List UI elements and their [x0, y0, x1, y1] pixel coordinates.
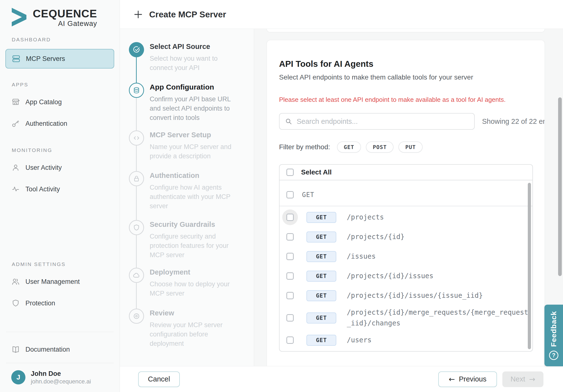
- arrow-left-icon: ←: [449, 375, 455, 383]
- search-input[interactable]: [296, 117, 468, 126]
- step-title: Authentication: [150, 171, 243, 180]
- select-all-row[interactable]: Select All: [280, 165, 532, 180]
- endpoint-row[interactable]: GET/projects: [280, 209, 532, 225]
- endpoint-path: /issues: [347, 251, 531, 262]
- endpoint-row[interactable]: GET/users: [280, 332, 532, 348]
- method-pill-get[interactable]: GET: [337, 142, 361, 153]
- step-text: AuthenticationConfigure how AI agents au…: [150, 171, 243, 211]
- key-icon: [11, 119, 20, 128]
- checkbox-hover-halo: [282, 288, 298, 303]
- user-email: john.doe@cequence.ai: [31, 378, 91, 385]
- method-badge: GET: [307, 251, 336, 262]
- endpoint-row[interactable]: GET/projects/{id}/issues: [280, 268, 532, 284]
- sidebar-item-label: Documentation: [26, 346, 70, 353]
- step-description: Select how you want to connect your API: [150, 54, 239, 72]
- sidebar: CEQUENCE AI Gateway DASHBOARDMCP Servers…: [0, 0, 120, 392]
- endpoint-checkbox[interactable]: [286, 337, 294, 344]
- sidebar-item-tool-activity[interactable]: Tool Activity: [5, 181, 114, 197]
- sidebar-item-app-catalog[interactable]: App Catalog: [5, 94, 114, 110]
- sidebar-item-documentation[interactable]: Documentation: [5, 341, 114, 357]
- endpoint-row[interactable]: GET/issues: [280, 248, 532, 264]
- sidebar-item-user-management[interactable]: User Management: [5, 274, 114, 290]
- method-badge: GET: [307, 271, 336, 282]
- endpoint-checkbox[interactable]: [286, 314, 294, 322]
- endpoint-row[interactable]: GET/projects/{id}/merge_requests/{merge_…: [280, 307, 532, 329]
- step-description: Confirm your API base URL and select API…: [150, 94, 239, 122]
- brand-logo: CEQUENCE AI Gateway: [0, 0, 120, 29]
- sidebar-item-protection[interactable]: Protection: [5, 295, 114, 311]
- method-badge: GET: [307, 335, 336, 346]
- help-icon: ?: [549, 351, 558, 360]
- endpoint-search[interactable]: [279, 113, 475, 130]
- endpoint-checkbox[interactable]: [286, 272, 294, 280]
- endpoint-checkbox[interactable]: [286, 253, 294, 260]
- method-filter: Filter by method: GETPOSTPUT: [279, 142, 427, 153]
- page-scrollbar[interactable]: [558, 97, 562, 276]
- select-all-label: Select All: [301, 168, 332, 176]
- endpoint-path: /projects/{id}/issues: [347, 271, 531, 281]
- next-label: Next: [511, 375, 525, 383]
- wizard-footer: Cancel ← Previous Next →: [120, 366, 563, 392]
- list-scrollbar[interactable]: [528, 183, 531, 349]
- lock-icon: [129, 171, 144, 186]
- store-icon: [11, 98, 20, 106]
- feedback-tab[interactable]: Feedback ?: [544, 305, 563, 366]
- checkbox-hover-halo: [282, 310, 298, 326]
- sidebar-item-mcp-servers[interactable]: MCP Servers: [5, 49, 114, 68]
- method-pill-put[interactable]: PUT: [398, 142, 422, 153]
- sidebar-item-user-activity[interactable]: User Activity: [5, 159, 114, 176]
- user-name: John Doe: [31, 369, 91, 378]
- filter-label: Filter by method:: [279, 143, 330, 151]
- group-checkbox[interactable]: [286, 191, 294, 198]
- plus-icon: [134, 10, 143, 19]
- divider: [6, 332, 114, 332]
- step-text: MCP Server SetupName your MCP server and…: [150, 131, 243, 161]
- avatar: J: [11, 370, 26, 384]
- endpoint-row[interactable]: GET/projects/{id}/issues/{issue_iid}: [280, 287, 532, 304]
- step-title: MCP Server Setup: [150, 131, 243, 139]
- endpoint-checkbox[interactable]: [286, 214, 294, 221]
- checkbox-hover-halo: [282, 209, 298, 225]
- eye-icon: [129, 309, 144, 324]
- cancel-button[interactable]: Cancel: [138, 371, 180, 387]
- next-button[interactable]: Next →: [502, 371, 543, 387]
- checkbox-hover-halo: [282, 268, 298, 284]
- endpoint-checkbox[interactable]: [286, 292, 294, 299]
- method-group-row[interactable]: GET: [280, 180, 532, 206]
- step-text: App ConfigurationConfirm your API base U…: [150, 83, 243, 122]
- select-all-checkbox[interactable]: [286, 169, 294, 176]
- checkbox-hover-halo: [282, 248, 298, 264]
- checkbox-hover-halo: [282, 332, 298, 348]
- guard-icon: [129, 220, 144, 235]
- method-badge: GET: [307, 290, 336, 301]
- sidebar-item-label: Protection: [26, 300, 55, 307]
- group-label: GET: [302, 191, 314, 198]
- sidebar-item-label: Tool Activity: [26, 185, 60, 193]
- previous-label: Previous: [459, 375, 486, 383]
- method-pill-post[interactable]: POST: [366, 142, 394, 153]
- previous-button[interactable]: ← Previous: [438, 371, 497, 387]
- endpoint-checkbox[interactable]: [286, 233, 294, 241]
- wizard-stepper: Select API SourceSelect how you want to …: [120, 29, 254, 366]
- endpoint-row[interactable]: GET/projects/{id}: [280, 229, 532, 245]
- sidebar-item-authentication[interactable]: Authentication: [5, 116, 114, 132]
- section-label: ADMIN SETTINGS: [12, 261, 120, 268]
- card-subtitle: Select API endpoints to make them callab…: [279, 73, 473, 81]
- method-badge: GET: [307, 212, 336, 223]
- servers-icon: [12, 54, 21, 63]
- section-label: MONITORING: [12, 147, 120, 154]
- step-description: Review your MCP server configuration bef…: [150, 320, 239, 348]
- section-label: APPS: [12, 82, 120, 88]
- step-text: Security GuardrailsConfigure security an…: [150, 220, 243, 260]
- section-label: DASHBOARD: [12, 37, 120, 43]
- user-profile[interactable]: J John Doe john.doe@cequence.ai: [0, 363, 120, 392]
- arrow-right-icon: →: [529, 375, 535, 383]
- cancel-label: Cancel: [148, 375, 170, 383]
- step-title: Deployment: [150, 268, 243, 276]
- sidebar-item-label: User Activity: [26, 164, 62, 171]
- sidebar-item-label: MCP Servers: [26, 55, 65, 63]
- method-badge: GET: [307, 232, 336, 243]
- step-description: Choose how to deploy your MCP server: [150, 279, 239, 298]
- database-icon: [129, 83, 144, 98]
- user-icon: [11, 163, 20, 172]
